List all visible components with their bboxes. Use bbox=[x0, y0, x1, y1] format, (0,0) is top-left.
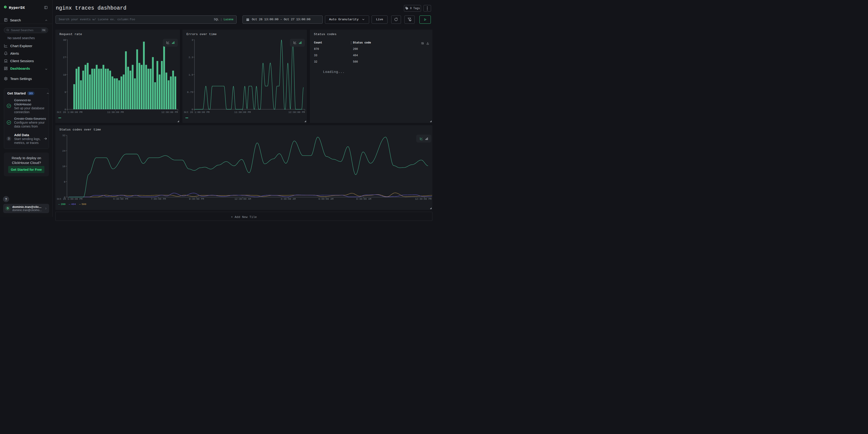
svg-text:12:30:00 PM: 12:30:00 PM bbox=[161, 111, 178, 114]
svg-text:0.75: 0.75 bbox=[187, 91, 193, 94]
svg-text:9: 9 bbox=[64, 91, 66, 94]
svg-text:18: 18 bbox=[63, 73, 66, 76]
svg-text:Oct 26 1:00:00 PM: Oct 26 1:00:00 PM bbox=[184, 111, 210, 114]
svg-text:11:30:00 PM: 11:30:00 PM bbox=[107, 111, 124, 114]
svg-text:12:30:00 PM: 12:30:00 PM bbox=[288, 111, 305, 114]
svg-text:0: 0 bbox=[64, 108, 66, 111]
svg-text:2.3: 2.3 bbox=[189, 56, 193, 59]
svg-text:12:30:00 PM: 12:30:00 PM bbox=[415, 198, 432, 200]
svg-text:36: 36 bbox=[63, 39, 66, 41]
svg-text:24: 24 bbox=[62, 150, 66, 152]
svg-text:16: 16 bbox=[62, 165, 65, 167]
svg-text:0: 0 bbox=[191, 108, 193, 111]
svg-text:8: 8 bbox=[64, 180, 65, 183]
svg-text:32: 32 bbox=[62, 134, 65, 137]
svg-text:Oct 26 1:00:00 PM: Oct 26 1:00:00 PM bbox=[57, 198, 83, 200]
svg-text:Oct 26 1:00:00 PM: Oct 26 1:00:00 PM bbox=[57, 111, 83, 114]
svg-text:3: 3 bbox=[191, 39, 193, 41]
svg-text:11:30:00 PM: 11:30:00 PM bbox=[234, 111, 251, 114]
svg-text:1.5: 1.5 bbox=[189, 73, 193, 76]
svg-text:27: 27 bbox=[63, 56, 66, 59]
